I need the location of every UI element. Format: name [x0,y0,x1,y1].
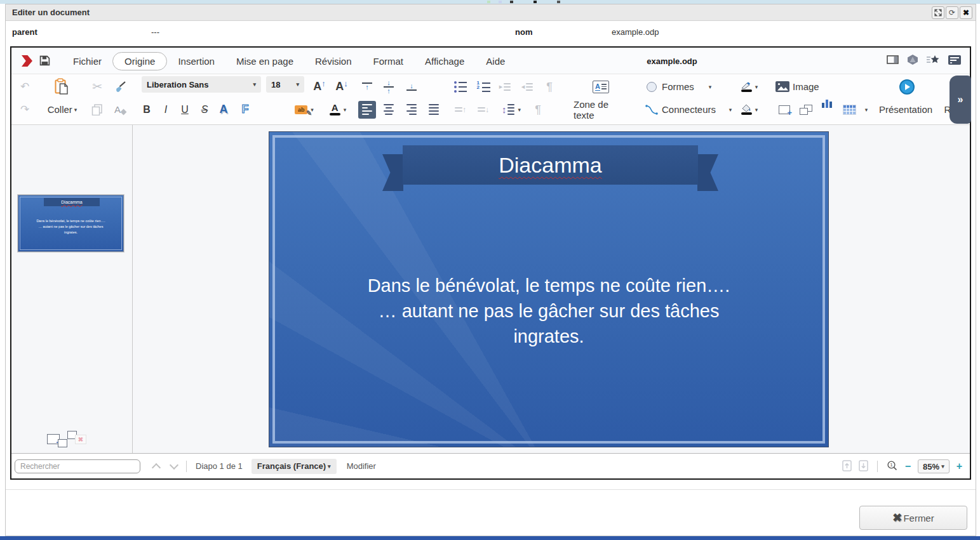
caret-down-icon: ▾ [344,107,347,113]
dialog-titlebar: Editer un document ⟳ ✖ [6,4,976,21]
menu-revision[interactable]: Révision [304,53,363,70]
expand-icon[interactable] [932,6,944,19]
shapes-icon[interactable] [644,76,659,97]
font-color-letter: A [332,103,339,112]
slide-title: Diacamma [499,153,601,178]
shapes-button[interactable]: Formes [662,76,704,97]
move-up-icon[interactable]: ↑ [452,99,469,120]
menu-affichage[interactable]: Affichage [414,53,475,70]
parent-value: --- [151,27,159,37]
right-to-left-paragraph-icon[interactable]: ¶ [540,76,558,97]
line-color-button[interactable]: ▾ [735,76,763,97]
close-dialog-button[interactable]: ✖ Fermer [859,506,967,530]
outline-button[interactable]: F [237,99,253,120]
font-name-select[interactable]: Liberation Sans▾ [142,76,261,93]
connectors-button[interactable]: Connecteurs [662,99,723,120]
left-to-right-paragraph-icon[interactable]: ¶ [529,99,547,120]
search-input[interactable] [15,459,140,473]
textbox-button[interactable]: Zone de texte [574,99,631,120]
line-spacing-button[interactable]: ↕ ▾ [496,99,527,120]
image-button[interactable]: Image [793,76,826,97]
menu-aide[interactable]: Aide [475,53,516,70]
refresh-icon[interactable]: ⟳ [946,6,958,19]
numbered-list-icon[interactable]: 12 [474,76,492,97]
next-page-icon[interactable] [859,460,868,473]
decrease-indent-icon[interactable]: ◂ [518,76,536,97]
justify-button[interactable] [425,99,443,120]
zoom-level-select[interactable]: 85%▾ [918,459,950,473]
search-previous-icon[interactable] [152,463,161,471]
dialog-title: Editer un document [6,8,90,17]
insert-chart-icon[interactable] [821,99,833,108]
copy-icon[interactable] [89,99,105,120]
caret-down-icon[interactable]: ▾ [862,99,871,120]
increase-indent-icon[interactable]: ▸ [496,76,514,97]
zoom-reset-icon[interactable]: 1 [887,460,898,473]
align-left-button[interactable] [358,99,376,120]
slide-thumbnail[interactable]: Diacamma Dans le bénévolat, le temps ne … [18,195,124,252]
new-slide-icon[interactable]: + [775,99,793,120]
highlight-color-button[interactable]: ab✎ ▾ [290,99,319,120]
menu-fichier[interactable]: Fichier [62,53,112,70]
notes-view-icon[interactable] [948,55,961,67]
menu-mise-en-page[interactable]: Mise en page [225,53,304,70]
presentation-button[interactable]: Présentation [870,99,941,120]
textbox-icon[interactable]: A [591,76,611,97]
caret-down-icon: ▾ [296,81,299,88]
redo-icon[interactable]: ↷ [17,99,33,120]
move-down-icon[interactable]: ↓ [474,99,492,120]
cut-icon[interactable]: ✂ [89,76,105,97]
shape-properties-icon[interactable] [907,55,918,67]
italic-button[interactable]: I [158,99,174,120]
shadow-button[interactable]: A [215,99,232,120]
align-right-button[interactable] [403,99,420,120]
mode-label[interactable]: Modifier [347,461,376,471]
align-center-button[interactable] [380,99,398,120]
font-color-button[interactable]: A ▾ [324,99,352,120]
save-icon[interactable] [39,55,50,69]
zoom-out-icon[interactable]: − [905,461,911,472]
slide-body-line: Dans le bénévolat, le temps ne coûte rie… [269,273,828,298]
menu-origine[interactable]: Origine [112,52,167,70]
bullet-list-icon[interactable] [452,76,469,97]
menu-format[interactable]: Format [363,53,415,70]
caret-down-icon[interactable]: ▾ [706,76,715,97]
align-bottom-icon[interactable]: ↓ [403,76,420,97]
close-icon[interactable]: ✖ [960,6,972,19]
caret-down-icon: ▾ [328,463,331,470]
undo-icon[interactable]: ↶ [17,76,33,97]
pencil-icon: ✎ [306,109,312,117]
language-select[interactable]: Français (France)▾ [252,459,337,474]
presentation-editor: Fichier Origine Insertion Mise en page R… [10,46,971,480]
clear-formatting-icon[interactable]: A [112,99,128,120]
slide-title-box[interactable]: Diacamma [403,145,698,185]
font-size-select[interactable]: 18▾ [266,76,304,93]
grow-font-icon[interactable]: A↑ [310,76,329,97]
zoom-in-icon[interactable]: + [957,461,962,472]
image-icon[interactable] [774,76,791,97]
fill-color-button[interactable]: ▾ [735,99,763,120]
presentation-play-icon[interactable] [897,76,917,97]
duplicate-slide-icon[interactable] [797,99,815,120]
shrink-font-icon[interactable]: A↓ [332,76,351,97]
center-vertically-icon[interactable]: ↓↑ [380,76,398,97]
insert-table-icon[interactable] [840,99,858,120]
connectors-icon[interactable] [643,99,661,120]
slide[interactable]: Diacamma Dans le bénévolat, le temps ne … [269,131,829,447]
strikethrough-button[interactable]: S [196,99,213,120]
delete-slide-icon[interactable]: ✖ [75,435,86,444]
menu-insertion[interactable]: Insertion [167,53,225,70]
caret-down-icon[interactable]: ▾ [726,99,735,120]
search-next-icon[interactable] [170,460,178,469]
slide-body-box[interactable]: Dans le bénévolat, le temps ne coûte rie… [269,273,828,349]
align-top-icon[interactable]: ↑ [358,76,376,97]
previous-page-icon[interactable] [842,460,852,473]
paste-button[interactable]: Coller▾ [39,99,85,120]
animation-icon[interactable] [927,55,940,67]
clone-formatting-icon[interactable] [112,76,128,97]
underline-button[interactable]: U [177,99,193,120]
bold-button[interactable]: B [138,99,155,120]
sidebar-toggle-icon[interactable] [887,55,899,67]
paste-icon[interactable] [51,76,72,97]
expand-toolbar-tab[interactable]: » [950,76,971,124]
